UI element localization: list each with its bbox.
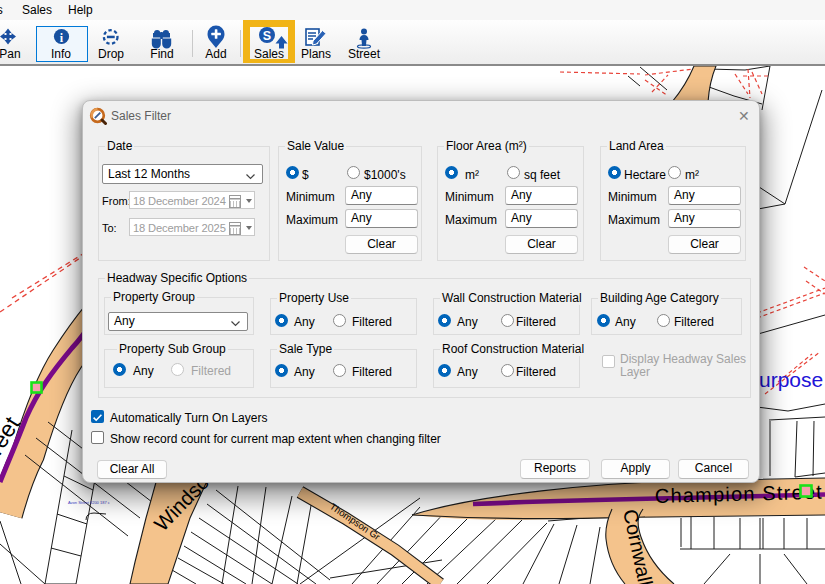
svg-text:S: S — [263, 29, 271, 43]
svg-text:Champion Street: Champion Street — [655, 481, 824, 507]
svg-text:urpose: urpose — [759, 368, 823, 391]
svg-text:Thompson Gr: Thompson Gr — [328, 501, 382, 543]
svg-text:Avon Street 3200 187 c: Avon Street 3200 187 c — [68, 500, 110, 505]
